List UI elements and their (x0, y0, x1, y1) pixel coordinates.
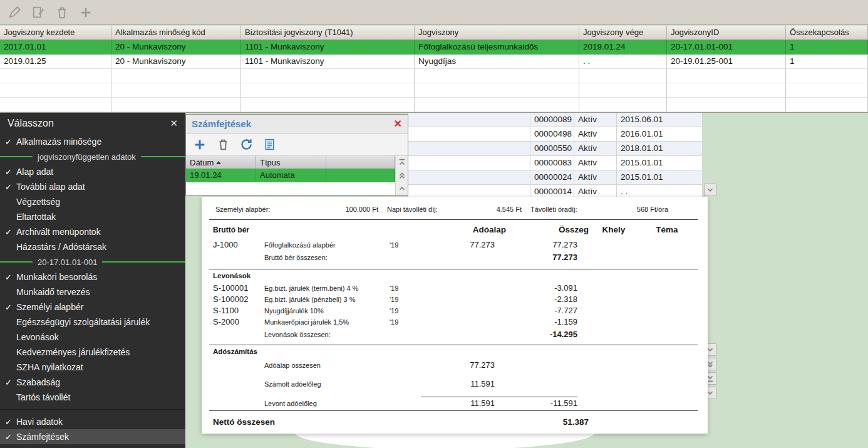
sidebar-item-hazastars-adostarsak[interactable]: Házastárs / Adóstársak (0, 239, 185, 254)
add-icon[interactable] (192, 137, 207, 152)
table-cell: 1 (786, 55, 868, 69)
payroll-document: Személyi alapbér: 100.000 Ft Napi távoll… (202, 197, 708, 434)
table-row-selected[interactable]: 19.01.24 Automata (186, 169, 395, 182)
record-row[interactable]: 00000089 Aktív 2015.06.01 (408, 113, 703, 127)
table-cell: 20-19.01.25-001 (667, 55, 786, 69)
record-row[interactable]: 00000024 Aktív 2015.01.01 (408, 170, 703, 185)
sidebar-item-levonasok[interactable]: Levonások (0, 330, 185, 345)
sidebar-item-label: SZHA nyilatkozat (16, 362, 83, 372)
record-row[interactable]: 00000498 Aktív 2016.01.01 (408, 127, 703, 142)
wage-code: J-1000 (213, 240, 264, 249)
column-header-osszekapcsolas[interactable]: Összekapcsolás (786, 26, 868, 40)
edit-icon[interactable] (6, 4, 23, 21)
sidebar-item-archivalt-menupontok[interactable]: ✓ Archivált menüpontok (0, 224, 185, 239)
sidebar-item-label: Végzettség (16, 197, 60, 207)
record-status: Aktív (574, 156, 617, 170)
record-number: 00000083 (530, 156, 574, 170)
close-icon[interactable]: ✕ (170, 118, 178, 129)
refresh-icon[interactable] (239, 137, 254, 152)
check-icon: ✓ (5, 227, 16, 237)
double-chevron-up-icon[interactable] (398, 171, 406, 182)
sidebar-item-alap-adat[interactable]: ✓ Alap adat (0, 164, 185, 179)
sidebar-item-kedvezmenyes-jarulekfizetes[interactable]: Kedvezményes járulékfizetés (0, 345, 185, 360)
table-cell: 19.01.24 (186, 169, 256, 182)
table-row-selected[interactable]: 2017.01.01 20 - Munkaviszony 1101 - Munk… (0, 40, 868, 55)
gross-total-label: Bruttó bér összesen: (264, 254, 390, 261)
table-row-empty[interactable] (0, 98, 868, 112)
check-icon: ✓ (5, 303, 16, 312)
column-header-tema: Téma (639, 225, 695, 234)
column-header-biztositasi-jogviszony[interactable]: Biztosítási jogviszony (T1041) (241, 26, 415, 40)
tax-row-value: 11.591 (421, 379, 495, 388)
column-header-jogviszonyid[interactable]: JogviszonyID (667, 26, 786, 40)
section-line (102, 261, 185, 263)
sidebar-item-munkaido-tervezes[interactable]: Munkaidő tervezés (0, 284, 185, 300)
record-row[interactable]: 00000083 Aktív 2015.01.01 (408, 156, 703, 170)
empty-cell (415, 98, 579, 112)
sidebar-item-alkalmazas-minosege[interactable]: ✓ Alkalmazás minősége (0, 134, 185, 149)
sidebar-item-szamfejtesek[interactable]: ✓ Számfejtések (0, 429, 185, 444)
empty-cell (241, 98, 415, 112)
deduction-year: '19 (390, 284, 421, 292)
delete-icon[interactable] (215, 137, 230, 152)
empty-cell (786, 83, 868, 98)
sidebar-item-tartos-tavollet[interactable]: Tartós távollét (0, 390, 185, 405)
deductions-total-label: Levonások összesen: (264, 331, 390, 338)
column-header-jogviszony[interactable]: Jogviszony (415, 26, 579, 40)
sidebar-item-tovabbi-alap-adat[interactable]: ✓ További alap adat (0, 179, 185, 194)
sidebar-item-szabadsag[interactable]: ✓ Szabadság (0, 375, 185, 390)
table-row[interactable]: 2019.01.25 20 - Munkaviszony 1101 - Munk… (0, 55, 868, 69)
sidebar-item-eltartottak[interactable]: Eltartottak (0, 209, 185, 224)
sidebar-item-label: Házastárs / Adóstársak (16, 242, 106, 252)
divider (209, 410, 698, 411)
delete-icon[interactable] (54, 4, 70, 21)
tax-row-label: Adóalap összesen (264, 362, 390, 369)
record-date: 2015.01.01 (617, 156, 703, 170)
wage-description: Főfoglalkozású alapbér (264, 241, 390, 249)
column-header-tipus[interactable]: Típus (256, 156, 326, 169)
deduction-code: S-100002 (213, 294, 264, 304)
add-icon[interactable] (78, 4, 94, 21)
column-header-jogviszony-kezdete[interactable]: Jogviszony kezdete (0, 26, 111, 40)
chevron-down-icon[interactable] (704, 184, 716, 196)
tax-row-amount: -11.591 (495, 397, 577, 408)
sidebar-item-munkakori-besorolas[interactable]: ✓ Munkaköri besorolás (0, 269, 185, 284)
sidebar-item-szha-nyilatkozat[interactable]: SZHA nyilatkozat (0, 360, 185, 375)
table-row-empty[interactable] (186, 182, 395, 195)
check-icon: ✓ (5, 417, 16, 427)
divider (209, 219, 698, 220)
deductions-section-title: Levonások (202, 272, 708, 282)
chevron-up-icon[interactable] (398, 184, 406, 195)
scroll-to-top-icon[interactable] (398, 158, 406, 169)
sidebar-item-szemelyi-alapber[interactable]: ✓ Személyi alapbér (0, 300, 185, 315)
empty-cell (786, 69, 868, 83)
sidebar-item-havi-adatok[interactable]: ✓ Havi adatok (0, 414, 185, 429)
copy-document-icon[interactable] (30, 4, 46, 21)
wage-year: '19 (390, 241, 421, 249)
close-icon[interactable]: ✕ (394, 118, 402, 130)
empty-cell (579, 69, 667, 83)
sidebar-item-label: Számfejtések (16, 432, 69, 442)
record-row[interactable]: 00000550 Aktív 2018.01.01 (408, 142, 703, 156)
hourly-absence-label: Távolléti óradíj: (530, 206, 618, 213)
record-status: Aktív (574, 127, 617, 142)
report-icon[interactable] (262, 137, 277, 152)
column-header-datum[interactable]: Dátum (186, 156, 256, 169)
check-icon: ✓ (5, 378, 16, 387)
table-row-empty[interactable] (0, 69, 868, 83)
check-icon: ✓ (5, 432, 16, 442)
section-line (0, 156, 33, 157)
deduction-amount: -1.159 (495, 317, 577, 326)
sidebar-item-egeszsegugyi-szolgaltatasi-jarulek[interactable]: Egészségügyi szolgáltatási járulék (0, 315, 185, 330)
column-header-alkalmazas-minoseg-kod[interactable]: Alkalmazás minőség kód (111, 26, 241, 40)
payslip-line-j1000: J-1000 Főfoglalkozású alapbér '19 77.273… (202, 240, 708, 251)
section-line (141, 156, 185, 157)
sidebar-item-vegzettseg[interactable]: Végzettség (0, 194, 185, 209)
table-row-empty[interactable] (0, 83, 868, 98)
sidebar-item-label: Alkalmazás minősége (16, 137, 101, 147)
net-total-label: Nettó összesen (213, 417, 432, 427)
divider (209, 269, 698, 269)
column-header-jogviszony-vege[interactable]: Jogviszony vége (579, 26, 667, 40)
empty-cell (415, 83, 579, 98)
deduction-year: '19 (390, 318, 421, 326)
